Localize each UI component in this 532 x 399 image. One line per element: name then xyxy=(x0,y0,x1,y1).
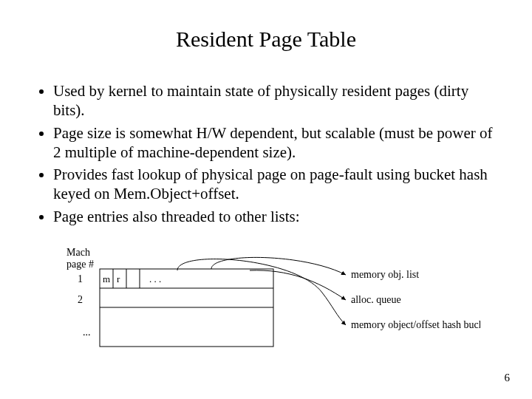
body-text: Used by kernel to maintain state of phys… xyxy=(37,81,495,229)
bullet-item: Page entries also threaded to other list… xyxy=(53,207,495,226)
diag-row-label: 2 xyxy=(78,294,83,305)
bullet-item: Page size is somewhat H/W dependent, but… xyxy=(53,123,495,163)
diag-cell-m: m xyxy=(103,273,110,284)
diag-cell-r: r xyxy=(117,273,120,284)
diag-row-label: 1 xyxy=(78,273,83,284)
diag-right-label: memory obj. list xyxy=(351,269,419,280)
page-title: Resident Page Table xyxy=(0,27,532,52)
diag-right-label: alloc. queue xyxy=(351,294,401,305)
diag-row-label: ... xyxy=(83,327,91,338)
slide: Resident Page Table Used by kernel to ma… xyxy=(0,0,532,399)
diag-left-header2: page # xyxy=(66,259,94,270)
bullet-item: Provides fast lookup of physical page on… xyxy=(53,165,495,204)
diag-right-label: memory object/offset hash bucket xyxy=(351,319,480,330)
bullet-item: Used by kernel to maintain state of phys… xyxy=(53,81,495,120)
page-number: 6 xyxy=(505,372,511,384)
diag-left-header1: Mach xyxy=(66,247,90,258)
page-table-diagram: Mach page # 1 2 ... m r . . . xyxy=(66,247,480,365)
diag-cell-dots: . . . xyxy=(149,273,161,284)
